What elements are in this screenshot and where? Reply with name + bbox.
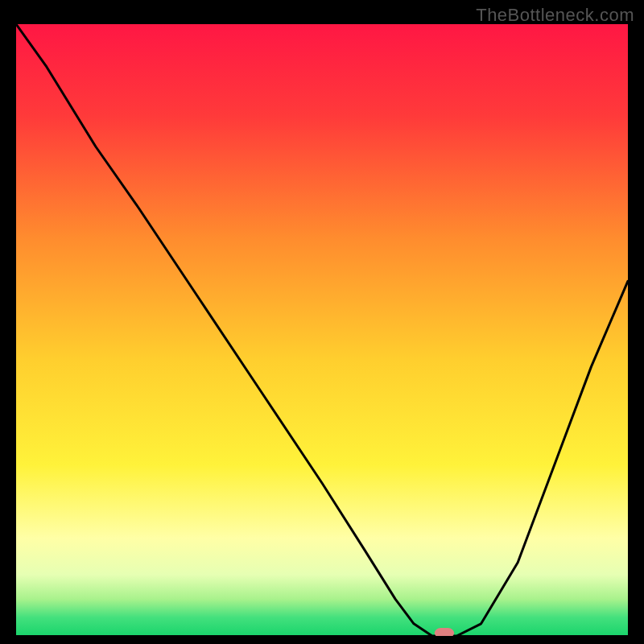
watermark-text: TheBottleneck.com	[476, 5, 634, 26]
chart-plot-area	[16, 24, 628, 636]
optimal-marker	[435, 628, 454, 636]
chart-frame: TheBottleneck.com	[0, 0, 644, 644]
chart-background	[16, 24, 628, 636]
chart-svg	[16, 24, 628, 636]
